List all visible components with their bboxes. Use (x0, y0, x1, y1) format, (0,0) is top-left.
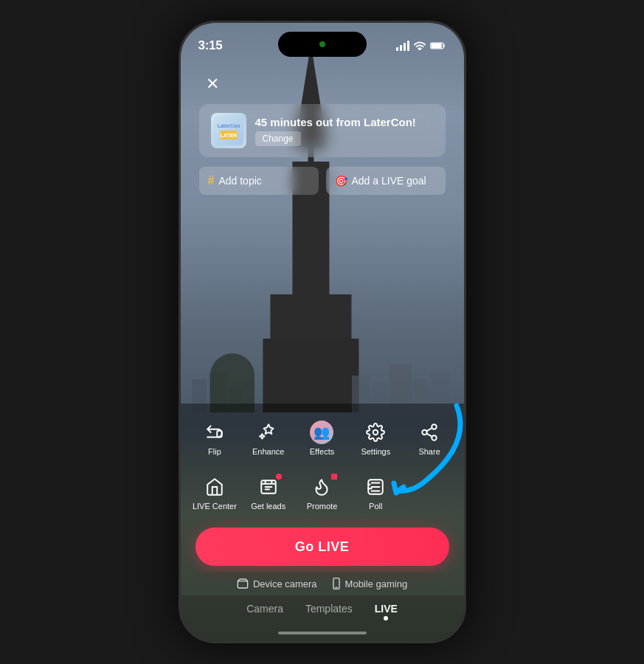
tab-camera[interactable]: Camera (246, 601, 283, 622)
add-topic-label: Add topic (218, 175, 261, 187)
live-center-label: LIVE Center (193, 502, 237, 511)
close-icon: ✕ (206, 76, 219, 92)
title-text-area: 45 minutes out from LaterCon! Change (255, 116, 434, 146)
signal-icon (396, 41, 409, 51)
mobile-gaming-icon (332, 578, 341, 589)
change-button[interactable]: Change (255, 131, 301, 146)
live-center-svg (205, 477, 224, 497)
device-camera-option[interactable]: Device camera (237, 578, 317, 589)
poll-label: Poll (369, 502, 382, 511)
settings-icon (364, 421, 387, 444)
phone-frame: 3:15 (179, 21, 466, 643)
settings-tool[interactable]: Settings (349, 415, 403, 462)
live-title: 45 minutes out from LaterCon! (255, 116, 434, 128)
tab-live[interactable]: LIVE (375, 601, 398, 622)
status-icons (396, 41, 446, 51)
share-svg (420, 423, 439, 442)
promote-tool[interactable]: Promote (295, 469, 349, 516)
live-center-icon (203, 475, 226, 499)
add-live-goal-button[interactable]: 🎯 Add a LIVE goal (326, 167, 446, 195)
svg-text:LaterCon: LaterCon (217, 123, 240, 128)
promote-dot (331, 474, 337, 480)
svg-rect-14 (367, 484, 370, 485)
enhance-icon (257, 421, 280, 444)
flip-tool[interactable]: Flip (188, 415, 242, 462)
status-time: 3:15 (198, 38, 223, 53)
svg-point-8 (373, 430, 378, 435)
svg-rect-15 (367, 488, 373, 489)
promote-label: Promote (307, 502, 338, 511)
flip-svg (205, 423, 224, 442)
get-leads-tool[interactable]: Get leads (241, 469, 295, 516)
camera-options-row: Device camera Mobile gaming (181, 572, 464, 595)
settings-svg (366, 423, 385, 442)
dynamic-island (278, 32, 367, 57)
svg-point-0 (419, 49, 420, 50)
share-icon (418, 421, 441, 444)
tools-grid-row1: Flip Enhance 👥 (181, 404, 464, 466)
mobile-gaming-label: Mobile gaming (345, 578, 408, 589)
close-button[interactable]: ✕ (199, 71, 226, 97)
share-label: Share (418, 447, 440, 456)
settings-label: Settings (361, 447, 390, 456)
live-center-tool[interactable]: LIVE Center (188, 469, 242, 516)
effects-label: Effects (310, 447, 334, 456)
poll-tool[interactable]: Poll (349, 469, 403, 516)
bottom-tabs: Camera Templates LIVE (181, 595, 464, 625)
svg-rect-16 (238, 581, 247, 588)
battery-icon (430, 41, 446, 50)
notification-dot (276, 474, 282, 480)
enhance-svg (259, 423, 278, 442)
home-bar (278, 632, 367, 634)
home-indicator (181, 625, 464, 641)
title-card: LaterCon LATER 45 minutes out from Later… (199, 104, 446, 157)
empty-tool (403, 469, 457, 516)
action-buttons-row: # Add topic 🎯 Add a LIVE goal (199, 167, 446, 195)
mobile-gaming-option[interactable]: Mobile gaming (332, 578, 408, 589)
go-live-button[interactable]: Go LIVE (195, 528, 449, 566)
goal-icon: 🎯 (335, 175, 347, 187)
device-camera-label: Device camera (253, 578, 317, 589)
flip-label: Flip (208, 447, 221, 456)
flip-icon (203, 421, 226, 444)
wifi-icon (414, 41, 426, 50)
go-live-label: Go LIVE (295, 539, 350, 555)
device-camera-icon (237, 578, 249, 589)
add-live-goal-label: Add a LIVE goal (352, 175, 426, 187)
bottom-area: Flip Enhance 👥 (181, 404, 464, 641)
promote-svg (312, 477, 331, 497)
get-leads-svg (259, 477, 278, 497)
island-indicator (319, 41, 325, 47)
go-live-container: Go LIVE (181, 520, 464, 572)
screen: 3:15 (181, 23, 464, 641)
hashtag-icon: # (208, 174, 215, 187)
share-tool[interactable]: Share (403, 415, 457, 462)
enhance-tool[interactable]: Enhance (241, 415, 295, 462)
poll-svg (366, 477, 385, 497)
effects-tool[interactable]: 👥 Effects (295, 415, 349, 462)
logo-image: LaterCon LATER (214, 116, 243, 145)
svg-text:LATER: LATER (220, 133, 237, 138)
add-topic-button[interactable]: # Add topic (199, 167, 319, 195)
get-leads-label: Get leads (251, 502, 285, 511)
poll-icon (364, 475, 387, 499)
tools-grid-row2: LIVE Center Get leads (181, 466, 464, 520)
enhance-label: Enhance (252, 447, 284, 456)
effects-icon: 👥 (310, 421, 333, 444)
logo-thumbnail: LaterCon LATER (211, 113, 246, 148)
tab-templates[interactable]: Templates (305, 601, 353, 622)
svg-rect-2 (431, 44, 441, 48)
promote-icon (310, 475, 333, 499)
